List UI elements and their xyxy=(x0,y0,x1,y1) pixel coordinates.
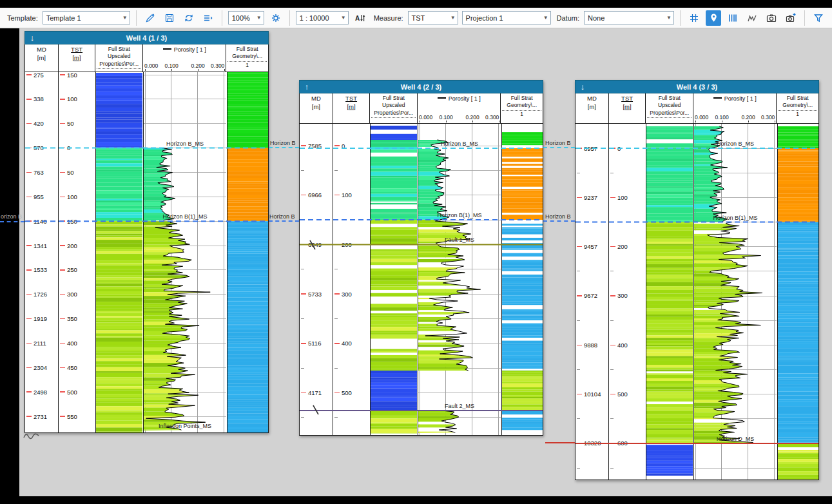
header-text: Full Strat xyxy=(646,95,693,102)
track-headers: MD[m]TST[m]Full StratUpscaledProperties\… xyxy=(24,44,269,72)
chevron-down-icon: ▼ xyxy=(119,15,128,21)
well-orientation-arrow[interactable]: ↑ xyxy=(300,81,314,93)
well-panel-title: Well 4 (3 / 3) xyxy=(590,83,804,91)
scale-value: 1 : 10000 xyxy=(300,14,329,22)
geometry-track-header[interactable]: Full StratGeometry\...1 xyxy=(226,44,268,72)
header-text: [m] xyxy=(609,103,646,111)
tst-tick-label: 100 xyxy=(342,191,352,199)
geometry-track-header[interactable]: Full StratGeometry\...1 xyxy=(777,93,818,123)
scale-select[interactable]: 1 : 10000 ▼ xyxy=(296,11,349,24)
porosity-scale-label: 0.100 xyxy=(164,63,178,69)
horizon-connector-label: Horizon B xyxy=(545,213,571,220)
gear-icon xyxy=(271,13,281,23)
md-tick-label: 10104 xyxy=(584,391,601,398)
well-panel-header[interactable]: ↑Well 4 (2 / 3) xyxy=(299,80,543,93)
md-tick-label: 275 xyxy=(34,72,44,79)
application-window: Template: Template 1 ▼ 100% ▼ 1 : 10000 xyxy=(0,0,832,504)
header-text: 1 xyxy=(777,111,818,118)
horizon-label: Horizon B(1)_MS xyxy=(437,212,481,218)
camera-icon xyxy=(766,13,777,23)
template-select[interactable]: Template 1 ▼ xyxy=(43,11,130,24)
save-template-button[interactable] xyxy=(162,10,177,26)
settings-button[interactable] xyxy=(268,10,284,26)
header-text: Properties\Por... xyxy=(371,110,416,118)
geometry-zone xyxy=(778,222,818,444)
well-orientation-arrow[interactable]: ↓ xyxy=(576,81,590,93)
scale-tick-mark xyxy=(420,121,420,122)
seismic-toggle-button[interactable] xyxy=(744,10,760,26)
md-tick-label: 6966 xyxy=(308,191,322,199)
tst-tick-label: 100 xyxy=(617,194,628,201)
filter-button[interactable] xyxy=(811,10,826,26)
scale-tick-mark xyxy=(171,69,172,71)
horizon-connector-label: orizon B xyxy=(1,213,22,220)
tracks-toggle-button[interactable] xyxy=(725,10,740,26)
md-tick-label: 420 xyxy=(34,120,44,127)
tst-tick-label: 150 xyxy=(67,72,77,79)
tst-track-header[interactable]: TST[m] xyxy=(59,44,96,72)
scale-tick-mark xyxy=(472,121,473,122)
well-panel-header[interactable]: ↓Well 4 (3 / 3) xyxy=(575,80,819,93)
md-track-header[interactable]: MD[m] xyxy=(576,93,609,123)
add-snapshot-button[interactable] xyxy=(783,10,798,26)
well-panel: ↓Well 4 (1 / 3)MD[m]TST[m]Full StratUpsc… xyxy=(24,31,269,433)
porosity-track-header[interactable]: Porosity [ 1 ]0.0000.1000.2000.300 xyxy=(693,93,777,123)
edit-template-button[interactable] xyxy=(142,10,158,26)
well-tracks[interactable]: 8957923794579672988810104103200100200300… xyxy=(575,123,819,480)
datum-label: Datum: xyxy=(557,14,579,22)
md-tick-label: 4171 xyxy=(308,389,322,396)
tst-tick-label: 100 xyxy=(67,95,77,102)
projection-select[interactable]: Projection 1 ▼ xyxy=(462,11,551,24)
fault-tick-symbol xyxy=(311,404,320,416)
well-panel-title: Well 4 (1 / 3) xyxy=(39,34,254,42)
snapshot-button[interactable] xyxy=(764,10,779,26)
horizon-connector-label: Horizon B xyxy=(545,140,571,146)
tst-tick-label: 250 xyxy=(67,266,77,273)
strat-track-header[interactable]: Full StratUpscaledProperties\Por... xyxy=(370,93,418,123)
scale-tick-mark xyxy=(722,121,722,122)
datum-value: None xyxy=(588,14,605,22)
well-orientation-arrow[interactable]: ↓ xyxy=(25,32,39,44)
header-text: TST xyxy=(333,95,370,103)
horizon-label: Horizon D_MS xyxy=(717,436,755,442)
zoom-select[interactable]: 100% ▼ xyxy=(228,11,264,24)
measure-select[interactable]: TST ▼ xyxy=(408,11,458,24)
sort-icon: A xyxy=(355,13,365,23)
horizon-label: Inflection Points_MS xyxy=(159,423,211,429)
strat-zone xyxy=(96,73,142,148)
datum-select[interactable]: None ▼ xyxy=(584,11,674,24)
header-text: Full Strat xyxy=(501,95,543,102)
porosity-title: Porosity [ 1 ] xyxy=(449,95,481,102)
md-track-header[interactable]: MD[m] xyxy=(300,93,333,123)
strat-zone xyxy=(371,140,417,220)
template-list-button[interactable] xyxy=(200,10,216,26)
well-panel: ↑Well 4 (2 / 3)MD[m]TST[m]Full StratUpsc… xyxy=(299,80,543,436)
track-headers: MD[m]TST[m]Full StratUpscaledProperties\… xyxy=(299,93,543,123)
geometry-track-header[interactable]: Full StratGeometry\...1 xyxy=(501,93,543,123)
header-text: [m] xyxy=(25,54,58,63)
porosity-legend: Porosity [ 1 ] xyxy=(418,95,500,103)
header-text: Geometry\... xyxy=(227,53,267,61)
horizon-connector-line xyxy=(269,147,299,148)
porosity-title: Porosity [ 1 ] xyxy=(724,95,757,102)
horizon-connector-label: Horizon B xyxy=(269,213,295,220)
refresh-button[interactable] xyxy=(181,10,197,26)
tst-track-header[interactable]: TST[m] xyxy=(609,93,646,123)
strat-track-header[interactable]: Full StratUpscaledProperties\Por... xyxy=(95,44,143,72)
grid-toggle-button[interactable] xyxy=(686,10,702,26)
tst-track-header[interactable]: TST[m] xyxy=(333,93,371,123)
sort-wells-button[interactable]: A xyxy=(353,10,368,26)
porosity-track-header[interactable]: Porosity [ 1 ]0.0000.1000.2000.300 xyxy=(143,44,226,72)
save-icon xyxy=(164,13,175,23)
tst-tick-label: 300 xyxy=(617,292,628,299)
porosity-track-header[interactable]: Porosity [ 1 ]0.0000.1000.2000.300 xyxy=(418,93,501,123)
geometry-zone xyxy=(502,371,543,411)
well-heads-toggle-button[interactable] xyxy=(706,10,721,26)
md-track-header[interactable]: MD[m] xyxy=(25,44,59,72)
scale-tick-mark xyxy=(446,121,447,122)
well-tracks[interactable]: 7585696663495733511641710100200300400500… xyxy=(299,123,543,436)
strat-track-header[interactable]: Full StratUpscaledProperties\Por... xyxy=(646,93,693,123)
well-tracks[interactable]: 2753384205707639551148134115331726191921… xyxy=(24,72,269,433)
camera-plus-icon xyxy=(786,13,796,23)
well-panel-header[interactable]: ↓Well 4 (1 / 3) xyxy=(24,31,269,44)
